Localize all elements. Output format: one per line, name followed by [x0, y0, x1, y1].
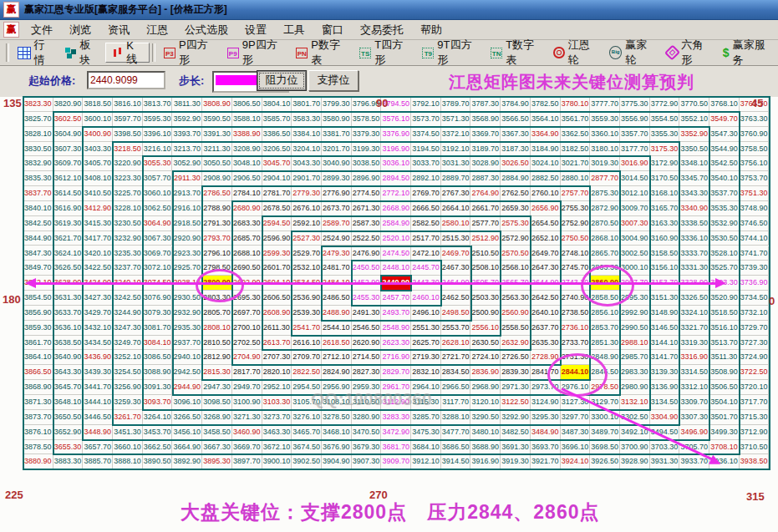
gann-cell: 2678.50: [262, 201, 292, 216]
gann-cell: 2680.90: [232, 201, 262, 216]
gann-cell: 3444.10: [83, 395, 113, 410]
gann-cell: 3465.70: [292, 425, 322, 440]
gann-cell: 3511.30: [709, 350, 740, 365]
gann-cell: 2779.30: [292, 186, 322, 201]
gann-cell: 2839.30: [501, 365, 531, 380]
gann-cell: 3936.10: [709, 454, 740, 469]
gann-cell: 3597.70: [113, 112, 143, 127]
tool-行情[interactable]: 行情: [12, 43, 60, 63]
tool-T数字表[interactable]: TNT数字表: [485, 43, 547, 63]
gann-cell: 3763.30: [740, 112, 770, 127]
gann-cell: 3436.90: [83, 350, 113, 365]
menu-item-帮助[interactable]: 帮助: [412, 21, 450, 39]
gann-cell: 2604.10: [262, 276, 292, 291]
menu-item-江恩[interactable]: 江恩: [138, 21, 176, 39]
gann-cell: 3660.10: [113, 440, 143, 455]
gann-cell: 3036.10: [381, 156, 411, 171]
resistance-button[interactable]: 阻力位: [257, 70, 307, 91]
badge-ts-icon: TS: [359, 48, 371, 58]
gann-cell: 3374.50: [411, 127, 441, 142]
gann-cell: 3448.90: [83, 425, 113, 440]
gann-cell: 2920.90: [173, 231, 203, 246]
blocks-icon: [65, 48, 76, 58]
gann-cell: 3376.90: [381, 127, 411, 142]
gann-cell: 3549.70: [709, 112, 740, 127]
gann-cell: 2644.90: [531, 276, 561, 291]
gann-cell: 3326.50: [679, 291, 709, 306]
tool-K线[interactable]: K线: [105, 43, 150, 63]
gann-cell: 3813.70: [143, 97, 173, 112]
gann-cell: 3309.70: [679, 395, 709, 410]
menu-item-窗口[interactable]: 窗口: [313, 21, 352, 39]
gann-cell: 2889.70: [441, 171, 471, 186]
gann-cell: 3285.70: [411, 410, 441, 425]
tool-赢家服务[interactable]: $赢家服务: [717, 43, 778, 63]
key-levels-caption: 大盘关键位：支撑2800点 压力2844、2860点: [181, 499, 600, 525]
tool-9P四方形[interactable]: P99P四方形: [221, 43, 291, 63]
gann-cell: 2464.90: [441, 276, 471, 291]
gann-cell: 2712.10: [322, 350, 352, 365]
gann-cell: 2904.10: [262, 171, 292, 186]
gann-cell: 3031.30: [441, 156, 471, 171]
window-title: 赢家江恩专业版[赢家服务平台] - [价格正方形]: [24, 3, 227, 17]
tool-江恩轮[interactable]: 江恩轮: [547, 43, 603, 63]
gann-cell: 3163.30: [650, 216, 680, 231]
start-price-input[interactable]: [87, 71, 165, 89]
gann-cell: 3091.30: [143, 380, 173, 395]
candlestick-icon: [112, 48, 123, 58]
gann-cell: 3513.70: [709, 336, 740, 351]
gann-cell: 2767.30: [441, 186, 471, 201]
tool-板块[interactable]: 板块: [59, 43, 105, 63]
gann-cell: 3914.50: [441, 454, 471, 469]
menu-item-交易委托[interactable]: 交易委托: [352, 21, 412, 39]
support-button[interactable]: 支撑位: [308, 70, 358, 91]
tool-P数字表[interactable]: PNP数字表: [290, 43, 353, 63]
tool-六角形[interactable]: 六角形: [661, 43, 717, 63]
gann-cell: 3412.90: [83, 201, 113, 216]
gann-cell: 3938.50: [740, 454, 770, 469]
menu-item-公式选股[interactable]: 公式选股: [176, 21, 236, 39]
gann-cell: 3396.10: [143, 127, 173, 142]
gann-cell: 3921.70: [531, 454, 561, 469]
gann-cell: 2522.50: [352, 231, 382, 246]
gann-cell: 2750.50: [561, 231, 591, 246]
gann-cell: 3724.90: [740, 350, 770, 365]
gann-cell: 3170.50: [650, 171, 680, 186]
menu-item-浏览[interactable]: 浏览: [61, 21, 99, 39]
gann-cell: 2608.90: [262, 306, 292, 321]
menu-item-文件[interactable]: 文件: [23, 21, 61, 39]
gann-cell: 2481.70: [322, 261, 352, 276]
gann-cell: 3633.70: [53, 306, 84, 321]
gann-cell: 2738.50: [561, 306, 591, 321]
gann-cell: 2448.10: [381, 261, 411, 276]
gann-cell: 2580.10: [441, 216, 471, 231]
gann-cell: 3350.50: [679, 142, 709, 157]
gann-cell: 3734.50: [740, 291, 770, 306]
gann-cell: 2661.70: [471, 201, 501, 216]
tool-T四方形[interactable]: TST四方形: [353, 43, 416, 63]
gann-cell: 3367.30: [501, 127, 531, 142]
gann-cell: 2632.90: [501, 336, 531, 351]
tool-9T四方形[interactable]: T99T四方形: [416, 43, 485, 63]
gann-cell: 3588.10: [232, 112, 262, 127]
gann-cell: 3026.50: [501, 156, 531, 171]
gann-cell: 2892.10: [411, 171, 441, 186]
gann-cell: 3580.90: [322, 112, 352, 127]
gann-cell: 3400.90: [83, 127, 113, 142]
gann-cell: 3237.70: [113, 261, 143, 276]
tool-赢家轮[interactable]: Big赢家轮: [603, 43, 661, 63]
dollar-icon: $: [723, 48, 730, 58]
gann-square-area: QQ:100800360 3823.303820.903818.503816.1…: [0, 97, 778, 532]
title-bar[interactable]: 赢 赢家江恩专业版[赢家服务平台] - [价格正方形]: [0, 0, 778, 20]
gann-cell: 3602.50: [53, 112, 84, 127]
gann-cell: 2908.90: [202, 171, 232, 186]
gann-cell: 2944.90: [173, 380, 203, 395]
gann-cell: 2570.50: [501, 246, 531, 261]
menu-item-设置[interactable]: 设置: [236, 21, 275, 39]
gann-cell: 2443.30: [411, 276, 441, 291]
gann-cell: 2452.90: [352, 276, 382, 291]
tool-P四方形[interactable]: P3P四方形: [158, 43, 221, 63]
gann-cell: 2709.70: [292, 350, 322, 365]
menu-item-资讯[interactable]: 资讯: [99, 21, 138, 39]
menu-item-工具[interactable]: 工具: [275, 21, 313, 39]
